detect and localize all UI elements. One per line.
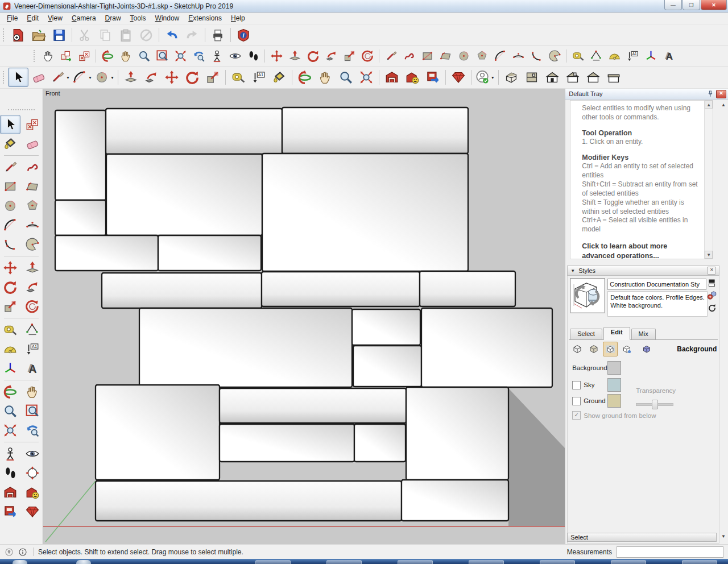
freehand-button[interactable] — [22, 157, 43, 177]
ground-color-swatch[interactable] — [607, 394, 621, 408]
instructor-scrollbar[interactable]: ▲ ▼ — [704, 101, 713, 259]
background-settings-button[interactable] — [603, 342, 618, 356]
view-top-button[interactable] — [522, 68, 542, 87]
stone-block[interactable] — [220, 424, 354, 462]
select-button[interactable] — [8, 68, 28, 87]
tape-measure-button[interactable] — [569, 48, 587, 65]
pan-button[interactable] — [117, 48, 135, 65]
stone-block[interactable] — [402, 480, 508, 521]
sign-in-button[interactable]: ▼ — [474, 68, 496, 87]
select-button[interactable] — [0, 115, 20, 134]
zoom-extents-button[interactable] — [356, 68, 377, 87]
view-right-button[interactable] — [603, 68, 624, 87]
stone-block[interactable] — [406, 387, 508, 480]
stone-block[interactable] — [354, 424, 406, 462]
taskbar-button[interactable] — [469, 560, 504, 564]
follow-me-button[interactable] — [22, 277, 43, 297]
dimension-button[interactable] — [587, 48, 605, 65]
offset-button[interactable] — [358, 48, 377, 65]
stone-block[interactable] — [96, 481, 402, 521]
3d-text-button[interactable]: AA — [660, 48, 678, 65]
follow-me-button[interactable] — [322, 48, 340, 65]
menu-file[interactable]: File — [2, 13, 22, 23]
tape-measure-button[interactable] — [228, 68, 249, 87]
rotate-button[interactable] — [304, 48, 322, 65]
slider-thumb[interactable] — [652, 400, 658, 409]
taskbar-button[interactable] — [398, 560, 433, 564]
share-model-button[interactable] — [22, 483, 43, 502]
zoom-previous-button[interactable] — [22, 421, 43, 440]
menu-tools[interactable]: Tools — [126, 13, 151, 23]
stone-block[interactable] — [262, 272, 420, 306]
toolbar-grip[interactable] — [34, 50, 36, 62]
two-point-arc-button[interactable] — [22, 215, 43, 235]
stone-block[interactable] — [55, 200, 106, 235]
orbit-button[interactable] — [98, 48, 117, 65]
stone-block[interactable] — [106, 154, 262, 235]
zoom-window-button[interactable] — [22, 401, 43, 421]
tape-measure-button[interactable] — [0, 320, 20, 339]
select-hand-button[interactable] — [39, 48, 57, 65]
push-pull-button[interactable] — [286, 48, 304, 65]
tray-close-button[interactable]: ✕ — [716, 90, 726, 98]
print-button[interactable] — [208, 26, 228, 45]
move-button[interactable] — [162, 68, 182, 87]
walk-button[interactable] — [244, 48, 262, 65]
instructor-learn-more-link[interactable]: Click to learn about more advanced opera… — [582, 242, 701, 259]
circle-tool-button[interactable]: ▼ — [93, 68, 115, 87]
select-section-bar[interactable]: Select — [567, 533, 717, 542]
menu-draw[interactable]: Draw — [101, 13, 126, 23]
windows-taskbar[interactable] — [0, 559, 728, 564]
axes-button[interactable] — [0, 359, 20, 378]
scale-button[interactable] — [340, 48, 358, 65]
look-around-button[interactable] — [22, 444, 43, 463]
style-thumbnail[interactable] — [570, 278, 605, 313]
circle-tool-button[interactable] — [454, 48, 473, 65]
orbit-button[interactable] — [0, 382, 20, 401]
move-button[interactable] — [0, 258, 20, 277]
save-button[interactable] — [49, 26, 69, 45]
modeling-settings-button[interactable] — [639, 342, 654, 356]
look-around-button[interactable] — [226, 48, 244, 65]
pie-button[interactable] — [22, 235, 43, 254]
line-button[interactable] — [382, 48, 400, 65]
rotate-button[interactable] — [0, 277, 20, 297]
restore-button[interactable]: ❐ — [682, 0, 700, 10]
pan-button[interactable] — [22, 382, 43, 401]
scale-button[interactable] — [0, 297, 20, 316]
undo-button[interactable] — [162, 26, 182, 45]
credits-info-icon[interactable] — [18, 548, 27, 557]
show-ground-checkbox[interactable]: ✓ — [572, 411, 581, 420]
stone-block[interactable] — [106, 109, 282, 154]
circle-tool-button[interactable] — [0, 196, 20, 215]
dimension-button[interactable] — [22, 320, 43, 339]
new-file-button[interactable] — [8, 26, 28, 45]
sky-checkbox[interactable] — [572, 381, 581, 389]
face-settings-button[interactable] — [586, 342, 601, 356]
taskbar-button[interactable] — [326, 560, 362, 564]
title-bar[interactable]: Veneer-Dimensional-Ashlar-Tight-Joints-3… — [0, 0, 728, 13]
view-left-button[interactable] — [583, 68, 603, 87]
close-button[interactable]: ✕ — [701, 0, 727, 10]
walk-button[interactable] — [0, 463, 20, 483]
sky-color-swatch[interactable] — [607, 378, 621, 392]
polygon-button[interactable] — [473, 48, 491, 65]
move-button[interactable] — [267, 48, 286, 65]
make-component-button[interactable] — [22, 115, 43, 134]
rectangle-button[interactable] — [418, 48, 436, 65]
pan-button[interactable] — [315, 68, 336, 87]
menu-extensions[interactable]: Extensions — [184, 13, 226, 23]
transparency-slider[interactable] — [636, 400, 673, 406]
toolbar-grip[interactable] — [3, 71, 6, 84]
paste-button[interactable] — [115, 26, 136, 45]
taskbar-button[interactable] — [255, 560, 291, 564]
tray-scrollbar[interactable]: ▲ ▼ — [719, 101, 727, 530]
ruby-console-button[interactable] — [22, 502, 43, 521]
zoom-extents-button[interactable] — [171, 48, 189, 65]
rotated-rectangle-button[interactable] — [22, 177, 43, 196]
taskbar-icon[interactable] — [13, 560, 27, 564]
position-camera-button[interactable] — [0, 444, 20, 463]
3d-text-button[interactable]: AA — [22, 359, 43, 378]
watermark-settings-button[interactable] — [619, 342, 634, 356]
push-pull-button[interactable] — [22, 258, 43, 277]
